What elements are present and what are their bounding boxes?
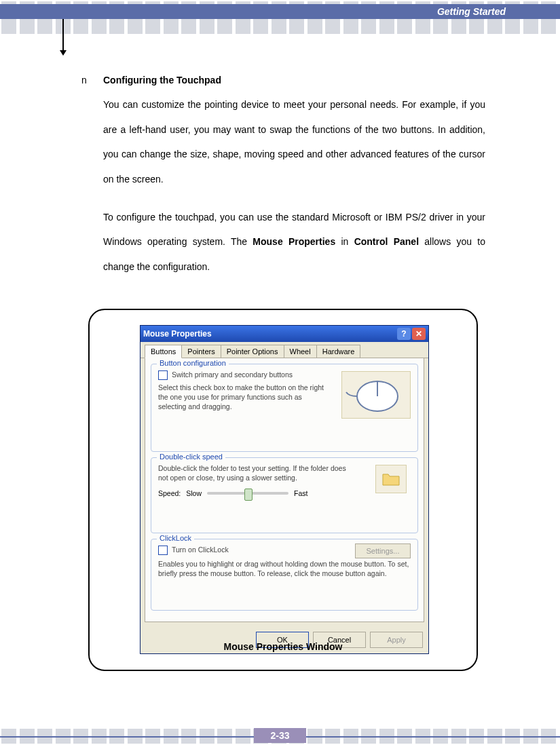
group-double-click: Double-click speed Double-click the fold… xyxy=(151,457,418,533)
p2-part-c: in xyxy=(335,236,354,247)
group-button-config: Button configuration Switch primary and … xyxy=(151,364,418,452)
tab-wheel[interactable]: Wheel xyxy=(284,345,317,358)
dialog-titlebar[interactable]: Mouse Properties ? ✕ xyxy=(141,326,428,342)
bullet: n xyxy=(81,68,90,92)
settings-button[interactable]: Settings... xyxy=(355,543,411,558)
speed-label: Speed: xyxy=(158,489,181,497)
tab-strip: Buttons Pointers Pointer Options Wheel H… xyxy=(141,342,428,358)
checkbox-swap-label: Switch primary and secondary buttons xyxy=(172,370,293,379)
checkbox-clicklock-label: Turn on ClickLock xyxy=(172,545,229,554)
header-title: Getting Started xyxy=(437,6,506,17)
group3-title: ClickLock xyxy=(157,534,194,542)
mouse-icon xyxy=(341,371,411,419)
close-icon[interactable]: ✕ xyxy=(412,328,426,340)
group-clicklock: ClickLock Turn on ClickLock Settings... … xyxy=(151,539,418,611)
group2-desc: Double-click the folder to test your set… xyxy=(158,463,348,482)
figure-caption: Mouse Properties Window xyxy=(90,641,477,652)
slow-label: Slow xyxy=(186,489,202,497)
p2-bold-1: Mouse Properties xyxy=(253,236,335,247)
paragraph-2: To configure the touchpad, you can use t… xyxy=(103,205,485,279)
tab-pointer-options[interactable]: Pointer Options xyxy=(221,345,284,358)
help-icon[interactable]: ? xyxy=(397,328,411,340)
figure-frame: Mouse Properties ? ✕ Buttons Pointers Po… xyxy=(88,309,478,671)
fast-label: Fast xyxy=(294,489,307,497)
speed-slider[interactable] xyxy=(207,492,288,495)
arrow-down-icon xyxy=(62,19,64,52)
tab-buttons[interactable]: Buttons xyxy=(145,345,182,358)
paragraph-1: You can customize the pointing device to… xyxy=(103,92,485,191)
group1-desc: Select this check box to make the button… xyxy=(158,383,328,412)
section-heading: Configuring the Touchpad xyxy=(103,68,221,92)
checkbox-swap-buttons[interactable] xyxy=(158,370,168,380)
mouse-properties-dialog: Mouse Properties ? ✕ Buttons Pointers Po… xyxy=(140,325,429,654)
checkbox-clicklock[interactable] xyxy=(158,546,168,555)
group3-desc: Enables you to highlight or drag without… xyxy=(158,559,411,578)
header-bar: Getting Started xyxy=(0,4,560,19)
dialog-title: Mouse Properties xyxy=(143,329,212,339)
footer: 2-33 xyxy=(0,727,560,744)
page-number: 2-33 xyxy=(254,728,305,743)
group2-title: Double-click speed xyxy=(157,453,225,461)
tab-pointers[interactable]: Pointers xyxy=(181,345,221,358)
p2-bold-2: Control Panel xyxy=(354,236,419,247)
folder-icon[interactable] xyxy=(375,465,407,493)
tab-panel: Button configuration Switch primary and … xyxy=(145,358,424,622)
body-text: n Configuring the Touchpad You can custo… xyxy=(81,68,485,279)
group1-title: Button configuration xyxy=(157,359,229,367)
tab-hardware[interactable]: Hardware xyxy=(316,345,361,358)
